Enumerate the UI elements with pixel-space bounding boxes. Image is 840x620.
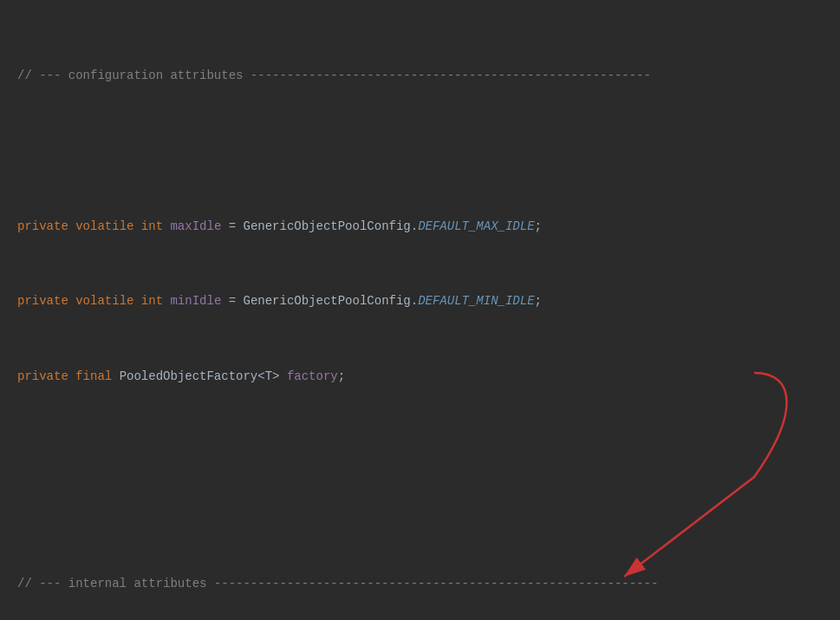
field-minidle: minIdle xyxy=(170,294,221,308)
kw-volatile2: volatile xyxy=(75,294,133,308)
class-pooledobjectfactory: PooledObjectFactory xyxy=(120,369,258,383)
class-genericobjectpoolconfig2: GenericObjectPoolConfig xyxy=(244,294,411,308)
line-blank-1 xyxy=(0,142,840,161)
field-maxidle: maxIdle xyxy=(170,219,221,233)
line-factory: private final PooledObjectFactory<T> fac… xyxy=(0,368,840,387)
generic-T: T xyxy=(265,369,272,383)
code-editor: // --- configuration attributes --------… xyxy=(0,0,840,620)
field-factory: factory xyxy=(287,369,338,383)
line-comment-config: // --- configuration attributes --------… xyxy=(0,67,840,86)
line-minidle: private volatile int minIdle = GenericOb… xyxy=(0,292,840,311)
line-maxidle: private volatile int maxIdle = GenericOb… xyxy=(0,218,840,237)
comment-internal-attrs: // --- internal attributes -------------… xyxy=(17,577,658,591)
line-comment-internal: // --- internal attributes -------------… xyxy=(0,575,840,594)
line-blank-3 xyxy=(0,499,840,519)
const-default-min-idle: DEFAULT_MIN_IDLE xyxy=(418,294,534,308)
kw-int2: int xyxy=(141,294,163,308)
kw-private: private xyxy=(17,219,68,233)
kw-volatile: volatile xyxy=(75,219,133,233)
kw-final: final xyxy=(75,369,112,383)
line-blank-2 xyxy=(0,443,840,462)
kw-int: int xyxy=(141,219,163,233)
class-genericobjectpoolconfig: GenericObjectPoolConfig xyxy=(244,219,411,233)
comment-config-attrs: // --- configuration attributes --------… xyxy=(17,69,651,82)
const-default-max-idle: DEFAULT_MAX_IDLE xyxy=(418,219,534,233)
kw-private3: private xyxy=(17,369,68,383)
kw-private2: private xyxy=(17,294,68,308)
